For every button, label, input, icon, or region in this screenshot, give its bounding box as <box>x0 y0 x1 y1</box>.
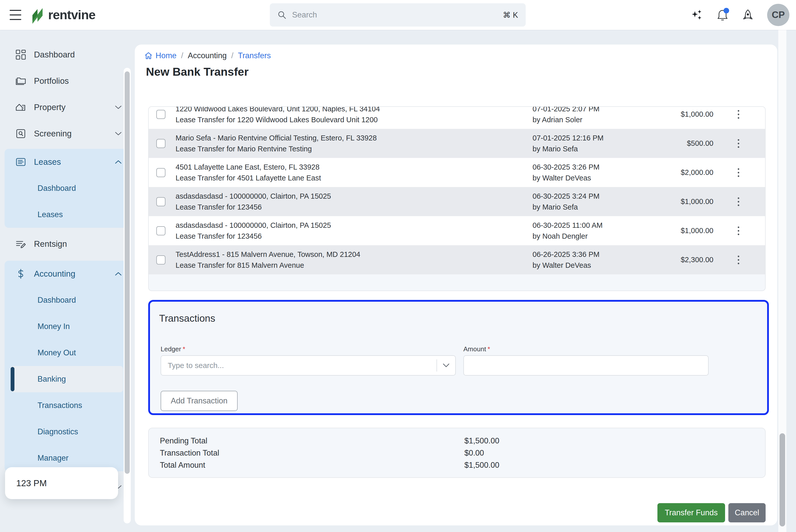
amount-label: Amount* <box>463 345 490 353</box>
sidebar-item-rentsign[interactable]: Rentsign <box>4 231 130 257</box>
topbar: rentvine ⌘ K <box>0 0 796 30</box>
row-author: by Mario Sefa <box>532 144 656 154</box>
sidebar-item-banking[interactable]: Banking <box>11 366 123 392</box>
user-avatar[interactable]: CP <box>767 4 790 26</box>
ledger-label: Ledger* <box>161 345 185 353</box>
row-description: Lease Transfer for 123456 <box>176 202 532 213</box>
total-label: Transaction Total <box>160 449 464 458</box>
row-checkbox[interactable] <box>156 168 165 177</box>
chevron-down-icon <box>114 104 122 111</box>
page-scrollbar-track <box>778 30 786 532</box>
totals-summary: Pending Total $1,500.00 Transaction Tota… <box>148 428 765 478</box>
table-row[interactable]: Mario Sefa - Mario Rentvine Official Tes… <box>149 129 765 158</box>
sidebar-item-label: Dashboard <box>34 50 75 59</box>
chevron-down-icon[interactable] <box>437 363 455 368</box>
notifications-bell-icon[interactable] <box>717 9 729 21</box>
sidebar-item-transactions[interactable]: Transactions <box>4 392 130 419</box>
transfer-funds-button[interactable]: Transfer Funds <box>657 503 725 522</box>
ledger-combobox[interactable] <box>161 355 456 376</box>
row-actions-kebab-icon[interactable] <box>720 139 758 148</box>
global-search[interactable]: ⌘ K <box>270 3 526 26</box>
breadcrumb-section: Accounting <box>188 51 227 60</box>
sidebar-item-accounting[interactable]: Accounting <box>4 261 130 287</box>
totals-row: Pending Total $1,500.00 <box>160 435 765 447</box>
sidebar-item-label: Manager <box>37 454 68 463</box>
row-amount: $1,000.00 <box>656 227 720 235</box>
row-address: Mario Sefa - Mario Rentvine Official Tes… <box>176 133 532 144</box>
ledger-search-input[interactable] <box>161 361 436 370</box>
totals-row: Transaction Total $0.00 <box>160 447 765 459</box>
row-actions-kebab-icon[interactable] <box>720 110 758 119</box>
sidebar-item-leases-dashboard[interactable]: Dashboard <box>4 175 130 202</box>
sidebar-item-leases[interactable]: Leases <box>4 149 130 175</box>
row-checkbox[interactable] <box>156 255 165 265</box>
page-scrollbar-thumb[interactable] <box>780 433 785 527</box>
row-author: by Walter DeVeas <box>532 173 656 184</box>
totals-row: Total Amount $1,500.00 <box>160 459 765 471</box>
row-description: Lease Transfer for 123456 <box>176 231 532 242</box>
sidebar-item-diagnostics[interactable]: Diagnostics <box>4 419 130 445</box>
sidebar-item-label: Property <box>34 102 66 112</box>
whats-new-rocket-icon[interactable] <box>742 9 754 21</box>
sidebar-item-accounting-dashboard[interactable]: Dashboard <box>4 287 130 313</box>
row-actions-kebab-icon[interactable] <box>720 255 758 264</box>
sidebar-scrollbar-thumb[interactable] <box>125 71 130 474</box>
row-checkbox[interactable] <box>156 226 165 235</box>
search-input[interactable] <box>292 11 503 19</box>
total-value: $0.00 <box>464 449 484 458</box>
table-row[interactable]: asdasdasdasd - 100000000, Clairton, PA 1… <box>149 187 765 216</box>
rentsign-pen-icon <box>15 238 27 250</box>
sidebar-item-label: Money Out <box>37 348 76 357</box>
row-date: 06-30-2025 3:24 PM <box>532 191 656 202</box>
row-amount: $2,000.00 <box>656 168 720 177</box>
breadcrumb-separator: / <box>181 51 183 60</box>
row-checkbox[interactable] <box>156 197 165 206</box>
table-row[interactable]: TestAddress1 - 815 Malvern Avenue, Towso… <box>149 245 765 274</box>
ai-sparkles-icon[interactable] <box>691 9 703 21</box>
row-actions-kebab-icon[interactable] <box>720 168 758 177</box>
brand-logo[interactable]: rentvine <box>30 3 95 26</box>
notification-dot <box>724 8 729 14</box>
breadcrumb-home-link[interactable]: Home <box>144 51 177 60</box>
active-item-indicator <box>11 367 15 391</box>
cancel-button[interactable]: Cancel <box>728 503 765 522</box>
sidebar-item-property[interactable]: Property <box>4 94 130 120</box>
required-asterisk: * <box>183 345 185 353</box>
sidebar-item-leases-leases[interactable]: Leases <box>4 202 130 228</box>
amount-field[interactable] <box>463 355 709 376</box>
sidebar-item-label: Money In <box>37 322 70 331</box>
row-author: by Adrian Soler <box>532 114 656 125</box>
sidebar-item-portfolios[interactable]: Portfolios <box>4 68 130 94</box>
page-title: New Bank Transfer <box>146 65 249 78</box>
main-content: Home / Accounting / Transfers New Bank T… <box>135 44 777 526</box>
sidebar-group-accounting: Accounting Dashboard Money In Money Out … <box>4 261 130 471</box>
breadcrumb-separator: / <box>231 51 234 60</box>
row-amount: $500.00 <box>656 139 720 148</box>
chevron-up-icon <box>114 159 122 166</box>
row-actions-kebab-icon[interactable] <box>720 227 758 235</box>
table-row[interactable]: 1220 Wildwood Lakes Boulevard, Unit 1200… <box>149 106 765 129</box>
row-checkbox[interactable] <box>156 139 165 148</box>
home-icon <box>144 52 152 60</box>
search-shortcut: ⌘ K <box>503 11 518 20</box>
row-description: Lease Transfer for 815 Malvern Avenue <box>176 260 532 271</box>
amount-input[interactable] <box>464 356 708 375</box>
row-description: Lease Transfer for Mario Rentvine Testin… <box>176 144 532 154</box>
leases-card-icon <box>15 156 27 168</box>
screening-search-doc-icon <box>15 128 27 140</box>
sidebar-item-money-out[interactable]: Money Out <box>4 340 130 366</box>
menu-icon[interactable] <box>10 10 21 20</box>
row-checkbox[interactable] <box>156 110 165 119</box>
transfers-table: 1220 Wildwood Lakes Boulevard, Unit 1200… <box>148 106 765 291</box>
accounting-dollar-icon <box>15 268 27 280</box>
table-row[interactable]: asdasdasdasd - 100000000, Clairton, PA 1… <box>149 216 765 245</box>
chevron-down-icon <box>114 131 122 137</box>
sidebar-item-dashboard[interactable]: Dashboard <box>4 41 130 68</box>
row-amount: $1,000.00 <box>656 197 720 206</box>
add-transaction-button[interactable]: Add Transaction <box>161 391 238 411</box>
sidebar-item-money-in[interactable]: Money In <box>4 313 130 340</box>
table-row[interactable]: 4501 Lafayette Lane East, Estero, FL 339… <box>149 158 765 187</box>
sidebar-item-screening[interactable]: Screening <box>4 120 130 147</box>
row-actions-kebab-icon[interactable] <box>720 197 758 206</box>
breadcrumb-transfers-link[interactable]: Transfers <box>238 51 271 60</box>
